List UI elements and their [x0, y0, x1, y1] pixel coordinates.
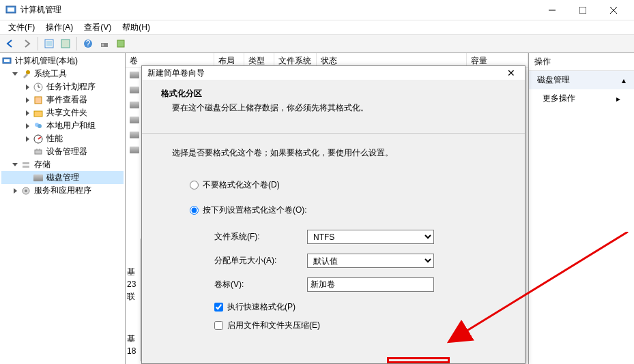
quick-format-checkbox[interactable] — [214, 303, 223, 312]
tree-services[interactable]: 服务和应用程序 — [1, 184, 124, 197]
chevron-right-icon[interactable] — [23, 122, 31, 130]
performance-icon — [33, 134, 44, 145]
svg-rect-20 — [35, 97, 42, 104]
wizard-dialog: 新建简单卷向导 ✕ 格式化分区 要在这个磁盘分区上储存数据，你必须先将其格式化。… — [141, 65, 525, 364]
titlebar: 计算机管理 — [0, 0, 634, 20]
collapse-icon: ▴ — [622, 76, 626, 85]
alloc-label: 分配单元大小(A): — [214, 255, 307, 267]
svg-rect-7 — [46, 41, 52, 46]
menu-file[interactable]: 文件(F) — [3, 20, 40, 35]
tree-diskmgmt[interactable]: 磁盘管理 — [1, 171, 124, 184]
disk-icon — [130, 72, 139, 78]
annotation-highlight-box — [387, 357, 450, 363]
svg-text:?: ? — [86, 39, 91, 48]
svg-rect-12 — [102, 44, 104, 46]
toolbar-icon3[interactable] — [97, 36, 112, 51]
forward-button[interactable] — [19, 36, 34, 51]
svg-rect-15 — [4, 59, 10, 62]
app-icon — [5, 5, 16, 16]
action-more[interactable]: 更多操作 ▸ — [529, 89, 634, 108]
tree-performance[interactable]: 性能 — [1, 132, 124, 145]
menu-action[interactable]: 操作(A) — [40, 20, 78, 35]
folder-icon — [33, 108, 44, 119]
menu-view[interactable]: 查看(V) — [78, 20, 117, 35]
window-title: 计算机管理 — [20, 4, 536, 16]
wrench-icon — [20, 69, 31, 80]
event-icon — [33, 95, 44, 106]
fs-label: 文件系统(F): — [214, 231, 307, 243]
chevron-right-icon[interactable] — [23, 135, 31, 143]
actions-panel: 操作 磁盘管理 ▴ 更多操作 ▸ — [528, 53, 634, 364]
svg-rect-21 — [34, 111, 42, 117]
volume-label: 卷标(V): — [214, 279, 307, 290]
users-icon — [33, 121, 44, 132]
action-diskmgmt[interactable]: 磁盘管理 ▴ — [529, 71, 634, 89]
storage-icon — [20, 160, 31, 170]
close-button[interactable] — [598, 1, 629, 20]
volume-label-input[interactable] — [307, 277, 434, 292]
chevron-right-icon[interactable] — [11, 187, 19, 195]
chevron-right-icon[interactable] — [23, 96, 31, 104]
disk-icon — [130, 102, 139, 108]
allocation-select[interactable]: 默认值 — [307, 254, 434, 268]
svg-rect-26 — [35, 150, 42, 154]
svg-point-23 — [38, 124, 42, 128]
disk-icon — [130, 147, 139, 153]
tree-panel: 计算机管理(本地) 系统工具 任务计划程序 事件查看器 共享文件夹 本地用户和组 — [0, 53, 126, 364]
svg-rect-8 — [61, 40, 70, 48]
tree-devicemgr[interactable]: 设备管理器 — [1, 145, 124, 158]
disk-icon — [33, 172, 44, 183]
disk-icon — [130, 117, 139, 123]
radio-yes-format-input[interactable] — [190, 206, 199, 215]
tree-sharedfolders[interactable]: 共享文件夹 — [1, 106, 124, 119]
chevron-right-icon: ▸ — [616, 94, 620, 104]
dialog-desc: 要在这个磁盘分区上储存数据，你必须先将其格式化。 — [172, 102, 506, 114]
toolbar: ? — [0, 34, 634, 53]
svg-line-25 — [38, 137, 41, 139]
svg-rect-30 — [23, 166, 29, 168]
svg-rect-3 — [579, 7, 586, 14]
svg-rect-29 — [23, 162, 29, 164]
dialog-close-button[interactable]: ✕ — [503, 67, 519, 79]
radio-no-format[interactable]: 不要格式化这个卷(D) — [190, 179, 506, 191]
menubar: 文件(F) 操作(A) 查看(V) 帮助(H) — [0, 20, 634, 34]
toolbar-icon4[interactable] — [113, 36, 128, 51]
tree-tools[interactable]: 系统工具 — [1, 67, 124, 80]
filesystem-select[interactable]: NTFS — [307, 230, 434, 244]
clock-icon — [33, 82, 44, 93]
chevron-right-icon[interactable] — [23, 83, 31, 91]
svg-rect-13 — [117, 40, 124, 47]
maximize-button[interactable] — [567, 1, 598, 20]
back-button[interactable] — [3, 36, 18, 51]
toolbar-icon1[interactable] — [42, 36, 57, 51]
device-icon — [33, 147, 44, 157]
chevron-right-icon[interactable] — [23, 109, 31, 117]
disk-icon — [130, 132, 139, 138]
chevron-down-icon[interactable] — [11, 161, 19, 169]
svg-point-32 — [25, 189, 27, 192]
tree-storage[interactable]: 存储 — [1, 158, 124, 171]
dialog-heading: 格式化分区 — [161, 88, 506, 100]
tree-schedule[interactable]: 任务计划程序 — [1, 80, 124, 93]
disk-summary: 基 23 联 基 18 — [126, 239, 141, 361]
svg-point-16 — [26, 70, 30, 74]
menu-help[interactable]: 帮助(H) — [117, 20, 156, 35]
radio-yes-format[interactable]: 按下列设置格式化这个卷(O): — [190, 204, 506, 216]
actions-header: 操作 — [529, 53, 634, 71]
dialog-instruction: 选择是否要格式化这个卷；如果要格式化，要使用什么设置。 — [172, 147, 506, 159]
dialog-title: 新建简单卷向导 — [147, 67, 503, 79]
computer-icon — [1, 56, 12, 67]
help-icon[interactable]: ? — [81, 36, 96, 51]
radio-no-format-input[interactable] — [190, 181, 199, 189]
compress-checkbox[interactable] — [214, 321, 223, 330]
compress-check[interactable]: 启用文件和文件夹压缩(E) — [214, 320, 506, 331]
minimize-button[interactable] — [536, 1, 567, 20]
tree-eventviewer[interactable]: 事件查看器 — [1, 93, 124, 106]
quick-format-check[interactable]: 执行快速格式化(P) — [214, 301, 506, 313]
svg-rect-1 — [8, 7, 14, 12]
tree-root[interactable]: 计算机管理(本地) — [1, 55, 124, 67]
refresh-button[interactable] — [58, 36, 73, 51]
chevron-down-icon[interactable] — [11, 70, 19, 78]
tree-localusers[interactable]: 本地用户和组 — [1, 119, 124, 132]
disk-icon — [130, 87, 139, 93]
